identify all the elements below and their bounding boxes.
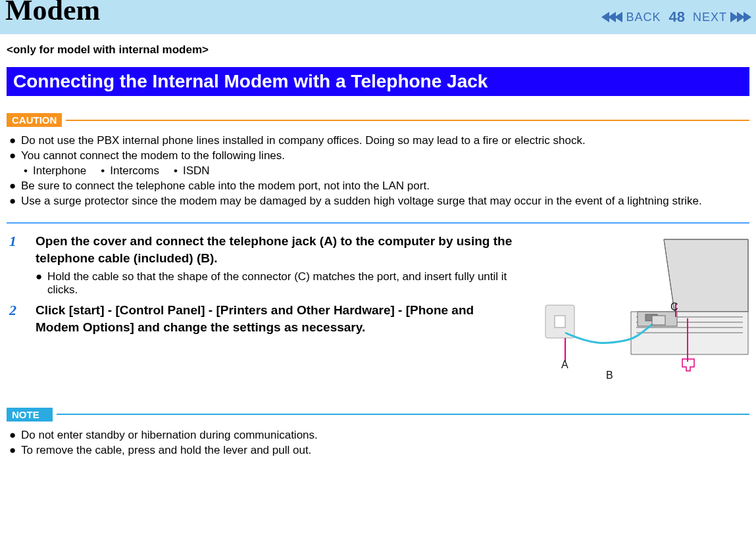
bullet-icon: ● bbox=[9, 428, 21, 443]
bullet-text: Do not use the PBX internal phone lines … bbox=[21, 133, 586, 149]
list-item: • ISDN bbox=[159, 164, 210, 179]
sub-bullet-text: Intercoms bbox=[110, 164, 159, 179]
list-item: ● You cannot connect the modem to the fo… bbox=[9, 149, 749, 164]
steps-area: 1 Open the cover and connect the telepho… bbox=[7, 233, 749, 384]
sub-bullet-text: Interphone bbox=[33, 164, 86, 179]
sub-bullet-icon: • bbox=[101, 164, 110, 179]
bullet-text: You cannot connect the modem to the foll… bbox=[21, 149, 285, 164]
step-body: Open the cover and connect the telephone… bbox=[36, 233, 513, 297]
note-block: NOTE ● Do not enter standby or hibernati… bbox=[7, 408, 749, 458]
list-item: ● Do not use the PBX internal phone line… bbox=[9, 133, 749, 149]
caution-rule bbox=[66, 120, 749, 121]
step-2: 2 Click [start] - [Control Panel] - [Pri… bbox=[7, 302, 513, 337]
illustration: A B C bbox=[526, 233, 749, 384]
note-tag: NOTE bbox=[7, 408, 53, 422]
bullet-text: Be sure to connect the telephone cable i… bbox=[21, 179, 430, 194]
step-number: 2 bbox=[7, 302, 36, 337]
step-sub: ● Hold the cable so that the shape of th… bbox=[36, 270, 513, 297]
svg-rect-7 bbox=[555, 316, 565, 327]
back-arrows-icon bbox=[602, 12, 622, 22]
bullet-icon: ● bbox=[9, 179, 21, 194]
illustration-label-b: B bbox=[606, 370, 613, 381]
illustration-label-a: A bbox=[561, 359, 568, 371]
bullet-icon: ● bbox=[9, 194, 21, 209]
nav-area: BACK 48 NEXT bbox=[602, 0, 756, 34]
step-title: Open the cover and connect the telephone… bbox=[36, 233, 513, 268]
step-number: 1 bbox=[7, 233, 36, 297]
caution-sub-bullets: • Interphone • Intercoms • ISDN bbox=[9, 164, 749, 179]
list-item: ● Do not enter standby or hibernation du… bbox=[9, 428, 749, 443]
list-item: • Intercoms bbox=[86, 164, 159, 179]
bullet-icon: ● bbox=[9, 133, 21, 149]
bullet-icon: ● bbox=[36, 270, 47, 297]
header-bar: Modem BACK 48 NEXT bbox=[0, 0, 756, 34]
main-content: <only for model with internal modem> Con… bbox=[0, 34, 756, 458]
page-title: Modem bbox=[5, 0, 100, 25]
next-label: NEXT bbox=[693, 11, 727, 24]
divider bbox=[7, 222, 749, 224]
svg-rect-8 bbox=[652, 316, 665, 325]
note-rule bbox=[57, 414, 749, 415]
next-button[interactable]: NEXT bbox=[689, 11, 751, 24]
caution-header-row: CAUTION bbox=[7, 113, 749, 127]
bullet-icon: ● bbox=[9, 443, 21, 458]
step-sub-text: Hold the cable so that the shape of the … bbox=[47, 270, 513, 297]
bullet-text: Use a surge protector since the modem ma… bbox=[21, 194, 702, 209]
sub-bullet-icon: • bbox=[174, 164, 183, 179]
bullet-icon: ● bbox=[9, 149, 21, 164]
list-item: • Interphone bbox=[9, 164, 86, 179]
model-note: <only for model with internal modem> bbox=[7, 43, 749, 57]
caution-tag: CAUTION bbox=[7, 113, 62, 127]
illustration-label-c: C bbox=[670, 301, 678, 313]
steps-column: 1 Open the cover and connect the telepho… bbox=[7, 233, 526, 384]
note-bullets: ● Do not enter standby or hibernation du… bbox=[7, 428, 749, 458]
step-body: Click [start] - [Control Panel] - [Print… bbox=[36, 302, 513, 337]
next-arrows-icon bbox=[731, 12, 751, 22]
step-1: 1 Open the cover and connect the telepho… bbox=[7, 233, 513, 297]
sub-bullet-text: ISDN bbox=[183, 164, 210, 179]
step-title: Click [start] - [Control Panel] - [Print… bbox=[36, 302, 513, 337]
back-label: BACK bbox=[626, 11, 661, 24]
bullet-text: To remove the cable, press and hold the … bbox=[21, 443, 311, 458]
bullet-text: Do not enter standby or hibernation duri… bbox=[21, 428, 318, 443]
modem-illustration-svg bbox=[526, 233, 749, 384]
section-heading: Connecting the Internal Modem with a Tel… bbox=[7, 67, 749, 96]
list-item: ● Use a surge protector since the modem … bbox=[9, 194, 749, 209]
list-item: ● Be sure to connect the telephone cable… bbox=[9, 179, 749, 194]
list-item: ● To remove the cable, press and hold th… bbox=[9, 443, 749, 458]
back-button[interactable]: BACK bbox=[602, 11, 665, 24]
caution-bullets: ● Do not use the PBX internal phone line… bbox=[7, 133, 749, 209]
page-number: 48 bbox=[669, 9, 685, 26]
sub-bullet-icon: • bbox=[24, 164, 33, 179]
note-header-row: NOTE bbox=[7, 408, 749, 422]
